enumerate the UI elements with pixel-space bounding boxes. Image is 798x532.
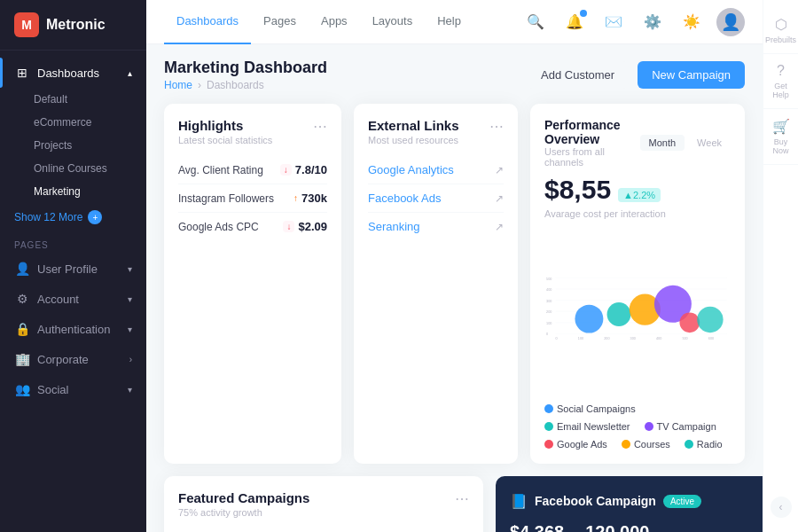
panel-item-prebuilts[interactable]: ⬡ Prebuilts xyxy=(763,7,798,54)
search-icon[interactable]: 🔍 xyxy=(521,8,550,36)
panel-label-buy-now: Buy Now xyxy=(767,137,794,155)
messages-icon[interactable]: ✉️ xyxy=(599,8,628,36)
link-google-analytics: Google Analytics ↗ xyxy=(368,156,504,184)
facebook-ads-link[interactable]: Facebook Ads xyxy=(368,192,441,205)
page-title: Marketing Dashboard xyxy=(164,59,327,77)
tab-dashboards[interactable]: Dashboards xyxy=(164,0,251,44)
featured-campaigns-menu-icon[interactable]: ⋯ xyxy=(455,490,469,507)
external-links-card: External Links Most used resources ⋯ Goo… xyxy=(354,104,518,464)
sidebar-item-dashboards[interactable]: ⊞ Dashboards ▴ xyxy=(0,58,146,88)
chevron-down-icon-3: ▾ xyxy=(128,325,132,334)
google-analytics-link[interactable]: Google Analytics xyxy=(368,163,454,176)
seranking-link[interactable]: Seranking xyxy=(368,220,420,233)
panel-label-get-help: Get Help xyxy=(767,82,794,99)
sidebar-item-marketing[interactable]: Marketing xyxy=(0,180,146,203)
page-header: Marketing Dashboard Home › Dashboards Ad… xyxy=(164,59,745,91)
show-more-button[interactable]: Show 12 More + xyxy=(0,203,146,231)
highlights-card-header: Highlights Latest social statistics ⋯ xyxy=(178,118,327,145)
tab-help[interactable]: Help xyxy=(425,0,473,44)
toggle-month[interactable]: Month xyxy=(640,135,685,151)
panel-item-get-help[interactable]: ? Get Help xyxy=(763,54,798,109)
performance-toggle: Month Week xyxy=(640,135,732,151)
svg-text:600: 600 xyxy=(708,337,714,340)
highlights-title: Highlights xyxy=(178,118,272,133)
sidebar-item-ecommerce[interactable]: eCommerce xyxy=(0,111,146,134)
account-icon: ⚙ xyxy=(14,291,30,307)
breadcrumb: Home › Dashboards xyxy=(164,79,327,91)
sidebar-item-social-label: Social xyxy=(37,383,68,396)
trend-up-icon: ↑ xyxy=(293,193,298,203)
performance-card: Performance Overview Users from all chan… xyxy=(530,104,745,464)
stat-label-cpc: Google Ads CPC xyxy=(178,221,259,233)
highlights-menu-icon[interactable]: ⋯ xyxy=(313,118,327,135)
sidebar-item-authentication[interactable]: 🔒 Authentication ▾ xyxy=(0,314,146,344)
bubble-radio xyxy=(697,307,723,332)
sidebar-logo: M Metronic xyxy=(0,0,146,51)
sidebar-item-account[interactable]: ⚙ Account ▾ xyxy=(0,284,146,314)
sidebar-item-online-courses[interactable]: Online Courses xyxy=(0,157,146,180)
tab-pages[interactable]: Pages xyxy=(251,0,309,44)
fb-card-title: Facebook Campaign xyxy=(535,494,656,508)
logo-text: Metronic xyxy=(46,17,106,33)
breadcrumb-home[interactable]: Home xyxy=(164,79,192,91)
external-links-menu-icon[interactable]: ⋯ xyxy=(489,118,504,135)
svg-text:200: 200 xyxy=(546,310,552,314)
stat-value-rating: ↓ 7.8/10 xyxy=(280,163,327,176)
fb-active-badge: Active xyxy=(663,495,701,508)
performance-title: Performance Overview xyxy=(544,118,640,146)
legend-courses: Courses xyxy=(622,439,670,450)
legend-dot-radio xyxy=(685,440,693,449)
performance-subtitle: Users from all channels xyxy=(544,146,640,168)
sidebar-item-user-profile[interactable]: 👤 User Profile ▾ xyxy=(0,254,146,284)
sidebar-item-user-profile-label: User Profile xyxy=(37,262,98,276)
main-area: Dashboards Pages Apps Layouts Help 🔍 🔔 ✉… xyxy=(146,0,763,532)
svg-text:300: 300 xyxy=(546,300,552,303)
external-link-icon-1: ↗ xyxy=(495,164,504,176)
breadcrumb-separator: › xyxy=(198,79,201,91)
stat-value-cpc: ↓ $2.09 xyxy=(283,220,327,233)
link-seranking: Seranking ↗ xyxy=(368,213,504,240)
legend-label-radio: Radio xyxy=(697,439,723,450)
add-customer-button[interactable]: Add Customer xyxy=(527,61,629,89)
sidebar-item-corporate[interactable]: 🏢 Corporate › xyxy=(0,344,146,374)
sidebar-item-default[interactable]: Default xyxy=(0,88,146,111)
svg-text:100: 100 xyxy=(546,322,552,325)
panel-item-buy-now[interactable]: 🛒 Buy Now xyxy=(763,109,798,165)
toggle-week[interactable]: Week xyxy=(688,135,731,151)
right-column: 📘 Facebook Campaign Active → $4,368 Spen… xyxy=(496,476,763,532)
help-icon: ? xyxy=(777,63,785,79)
show-more-badge: + xyxy=(88,210,102,224)
panel-close-button[interactable]: ‹ xyxy=(771,497,792,518)
bubble-google xyxy=(679,312,700,332)
svg-text:500: 500 xyxy=(546,278,552,281)
performance-metric: $8,55 ▲2.2% xyxy=(544,175,731,205)
svg-text:400: 400 xyxy=(546,288,552,292)
legend-dot-email xyxy=(544,422,553,431)
notifications-icon[interactable]: 🔔 xyxy=(560,8,589,36)
fb-reach-value: 120,000 xyxy=(585,522,649,532)
social-icon: 👥 xyxy=(14,381,30,397)
legend-google: Google Ads xyxy=(544,439,607,450)
bubble-chart-svg: 0 100 200 300 400 500 0 100 200 300 400 xyxy=(544,219,731,396)
tab-apps[interactable]: Apps xyxy=(309,0,360,44)
auth-icon: 🔒 xyxy=(14,321,30,337)
legend-dot-social xyxy=(544,404,553,413)
fb-metrics: $4,368 Spent so far 120,000 Total reach xyxy=(510,522,763,532)
page-title-area: Marketing Dashboard Home › Dashboards xyxy=(164,59,327,91)
featured-campaigns-header: Featured Campaigns 75% activity growth ⋯ xyxy=(178,490,469,518)
stat-label-rating: Avg. Client Rating xyxy=(178,164,263,176)
stat-row-cpc: Google Ads CPC ↓ $2.09 xyxy=(178,213,327,240)
facebook-icon: 📘 xyxy=(510,493,528,510)
user-avatar[interactable]: 👤 xyxy=(716,8,745,36)
chevron-down-icon-4: ▾ xyxy=(128,385,132,395)
theme-icon[interactable]: ☀️ xyxy=(677,8,706,36)
legend-label-google: Google Ads xyxy=(557,439,607,450)
dashboards-icon: ⊞ xyxy=(14,65,30,81)
sidebar-item-projects[interactable]: Projects xyxy=(0,134,146,157)
tab-layouts[interactable]: Layouts xyxy=(360,0,426,44)
settings-icon[interactable]: ⚙️ xyxy=(638,8,667,36)
topnav-icons-group: 🔍 🔔 ✉️ ⚙️ ☀️ 👤 xyxy=(521,8,745,36)
sidebar-item-social[interactable]: 👥 Social ▾ xyxy=(0,374,146,404)
new-campaign-button[interactable]: New Campaign xyxy=(638,61,745,89)
legend-dot-google xyxy=(544,440,553,449)
